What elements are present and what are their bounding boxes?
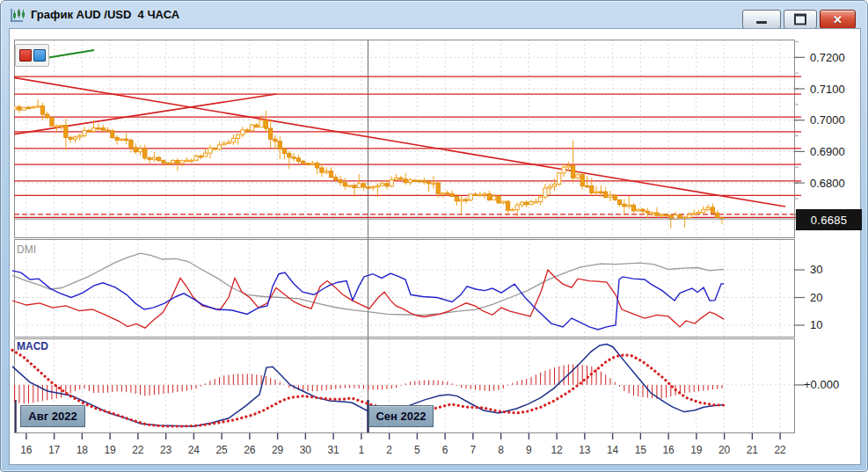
buy-marker-button[interactable] xyxy=(33,49,46,62)
close-icon: ✕ xyxy=(821,11,855,28)
candlestick-chart-icon xyxy=(10,7,26,23)
sell-marker-button[interactable] xyxy=(19,49,32,62)
window-title: График AUD /USD 4 ЧАСА xyxy=(31,8,179,21)
window-controls: ✕ xyxy=(742,10,856,29)
minimize-icon xyxy=(756,21,767,24)
month-label-september: Сен 2022 xyxy=(368,405,434,427)
month-label-august: Авг 2022 xyxy=(20,405,85,427)
minimize-button[interactable] xyxy=(742,10,781,29)
close-button[interactable]: ✕ xyxy=(820,10,856,29)
marker-toolbar xyxy=(15,44,49,67)
chart-window: График AUD /USD 4 ЧАСА ✕ xyxy=(0,0,868,472)
macd-indicator-label: MACD xyxy=(17,340,48,352)
current-price-badge: 0.6685 xyxy=(796,209,862,230)
dmi-indicator-label: DMI xyxy=(17,243,36,256)
maximize-button[interactable] xyxy=(784,10,817,29)
titlebar[interactable]: График AUD /USD 4 ЧАСА ✕ xyxy=(1,1,867,28)
screenshot-stage: График AUD /USD 4 ЧАСА ✕ 161718192223242… xyxy=(0,0,868,472)
maximize-icon xyxy=(794,14,806,25)
chart-client-area[interactable] xyxy=(9,28,861,465)
